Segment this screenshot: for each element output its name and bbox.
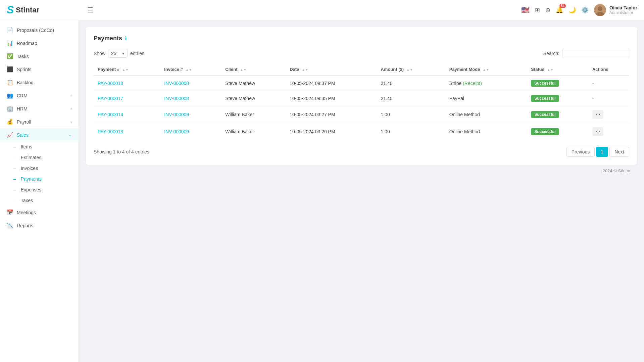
sidebar-item-tasks[interactable]: ✅ Tasks [0,50,79,63]
sidebar-item-sales[interactable]: 📈 Sales ⌄ [0,128,79,141]
sidebar-sub-items[interactable]: – Items [0,141,79,152]
action-dash: - [592,81,594,86]
cell-actions: ··· [588,106,629,123]
showing-text: Showing 1 to 4 of 4 entries [94,149,149,154]
payments-table: Payment # ▲▼ Invoice # ▲▼ Client ▲▼ Da [94,63,629,140]
sidebar-sub-estimates[interactable]: – Estimates [0,152,79,163]
col-client: Client ▲▼ [221,63,286,76]
cell-client: William Baker [221,123,286,140]
payment-link[interactable]: PAY-000017 [98,96,123,101]
sort-status-icon[interactable]: ▲▼ [547,68,554,72]
sidebar-item-roadmap[interactable]: 📊 Roadmap [0,37,79,50]
sidebar-sub-invoices[interactable]: – Invoices [0,163,79,174]
receipt-link[interactable]: (Receipt) [463,81,482,86]
user-info[interactable]: Olivia Taylor Administrator [594,4,637,16]
roadmap-icon: 📊 [7,40,13,46]
sort-mode-icon[interactable]: ▲▼ [483,68,489,72]
cell-invoice-num: INV-000008 [160,91,221,106]
payroll-icon: 💰 [7,119,13,125]
sidebar-item-backlog[interactable]: 📋 Backlog [0,76,79,89]
logo-s: S [7,4,14,16]
cell-date: 10-05-2024 03:27 PM [286,106,377,123]
hrm-icon: 🏢 [7,105,13,112]
sidebar-sub-expenses[interactable]: – Expenses [0,184,79,195]
invoice-link[interactable]: INV-000008 [164,81,189,86]
table-header-row: Payment # ▲▼ Invoice # ▲▼ Client ▲▼ Da [94,63,629,76]
sidebar-sub-taxes[interactable]: – Taxes [0,195,79,206]
sidebar-sub-payments[interactable]: – Payments [0,174,79,184]
payment-link[interactable]: PAY-000018 [98,81,123,86]
cell-payment-mode: Stripe (Receipt) [445,76,527,91]
flag-icon[interactable]: 🇺🇸 [521,6,530,14]
table-row: PAY-000014 INV-000009 William Baker 10-0… [94,106,629,123]
action-dots-button[interactable]: ··· [592,110,603,119]
settings-icon[interactable]: ⚙️ [581,6,589,14]
payment-link[interactable]: PAY-000014 [98,112,123,117]
invoice-link[interactable]: INV-000009 [164,129,189,134]
meetings-icon: 📅 [7,209,13,216]
action-dash: - [592,96,594,101]
payment-link[interactable]: PAY-000013 [98,129,123,134]
cell-amount: 1.00 [377,123,445,140]
cell-payment-num: PAY-000018 [94,76,160,91]
darkmode-icon[interactable]: 🌙 [568,6,576,14]
sidebar-item-roadmap-label: Roadmap [17,41,37,46]
layout: 📄 Proposals (CoCo) 📊 Roadmap ✅ Tasks ⬛ S… [0,20,644,362]
main-content: Payments ℹ Show 10 25 50 100 entries [79,20,644,362]
sidebar-sub-items-label: Items [21,144,32,149]
sidebar-item-meetings-label: Meetings [17,210,36,215]
sidebar-item-payroll[interactable]: 💰 Payroll › [0,115,79,128]
cell-amount: 21.40 [377,76,445,91]
previous-button[interactable]: Previous [566,147,595,157]
sidebar-sub-taxes-label: Taxes [21,198,33,203]
sidebar-sub-expenses-label: Expenses [21,187,41,192]
info-icon[interactable]: ℹ [125,35,127,42]
notification-icon[interactable]: 🔔 54 [556,6,563,14]
action-dots-button[interactable]: ··· [592,127,603,136]
entries-select[interactable]: 10 25 50 100 [108,49,128,58]
show-entries: Show 10 25 50 100 entries [94,49,144,58]
cell-actions: - [588,76,629,91]
sort-payment-icon[interactable]: ▲▼ [122,68,129,72]
sidebar-item-crm-label: CRM [17,93,28,98]
cell-status: Successful [527,76,588,91]
invoice-link[interactable]: INV-000008 [164,96,189,101]
top-header: S Stintar ☰ 🇺🇸 ⊞ ⊕ 🔔 54 🌙 ⚙️ Olivia Tayl… [0,0,644,20]
proposals-icon: 📄 [7,27,13,33]
sidebar-item-hrm[interactable]: 🏢 HRM › [0,102,79,115]
cell-amount: 1.00 [377,106,445,123]
sidebar-item-reports-label: Reports [17,223,33,228]
status-badge: Successful [531,111,559,118]
page-title-row: Payments ℹ [94,35,629,42]
sort-date-icon[interactable]: ▲▼ [302,68,308,72]
page-number-1[interactable]: 1 [596,147,608,157]
col-payment-num: Payment # ▲▼ [94,63,160,76]
cell-date: 10-05-2024 03:26 PM [286,123,377,140]
sidebar-item-backlog-label: Backlog [17,80,34,85]
sidebar-item-payroll-label: Payroll [17,119,31,125]
sidebar-item-reports[interactable]: 📉 Reports [0,219,79,232]
sidebar-item-meetings[interactable]: 📅 Meetings [0,206,79,219]
sidebar-item-crm[interactable]: 👥 CRM › [0,89,79,102]
sidebar-item-hrm-label: HRM [17,106,28,111]
status-badge: Successful [531,80,559,87]
sort-client-icon[interactable]: ▲▼ [240,68,247,72]
cell-invoice-num: INV-000009 [160,106,221,123]
table-row: PAY-000017 INV-000008 Steve Mathew 10-05… [94,91,629,106]
cell-payment-mode: Online Method [445,106,527,123]
hamburger-icon[interactable]: ☰ [87,6,93,14]
cell-actions: - [588,91,629,106]
search-input[interactable] [562,49,629,58]
sort-invoice-icon[interactable]: ▲▼ [185,68,192,72]
next-button[interactable]: Next [609,147,629,157]
sidebar-item-sprints-label: Sprints [17,67,32,72]
grid-icon[interactable]: ⊞ [535,6,540,14]
invoice-link[interactable]: INV-000009 [164,112,189,117]
fullscreen-icon[interactable]: ⊕ [545,6,550,14]
cell-client: Steve Mathew [221,76,286,91]
pagination-controls: Previous 1 Next [566,147,629,157]
col-date: Date ▲▼ [286,63,377,76]
sidebar-item-proposals[interactable]: 📄 Proposals (CoCo) [0,24,79,37]
sort-amount-icon[interactable]: ▲▼ [406,68,413,72]
sidebar-item-sprints[interactable]: ⬛ Sprints [0,63,79,76]
